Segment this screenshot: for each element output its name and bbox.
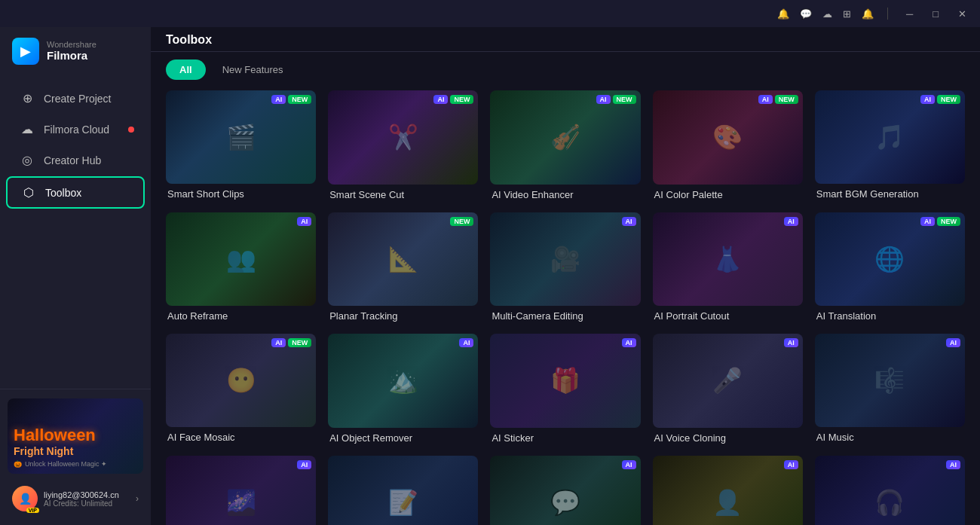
card-ai-face-mosaic[interactable]: 😶AINEWAI Face Mosaic [166,334,316,444]
title-bar-divider [887,8,888,20]
minimize-button[interactable]: ─ [902,7,917,21]
title-bar: 🔔 💬 ☁ ⊞ 🔔 ─ □ ✕ [0,0,980,27]
sidebar-item-create-project[interactable]: ⊕ Create Project [6,84,145,113]
promo-banner[interactable]: Halloween Fright Night 🎃 Unlock Hallowee… [8,398,143,474]
tab-all[interactable]: All [166,60,206,80]
card-thumb-ai-video-enhancer: 🎻AINEW [490,90,640,185]
card-multi-camera-editing[interactable]: 🎥AIMulti-Camera Editing [490,212,640,322]
card-auto-reframe[interactable]: 👥AIAuto Reframe [166,212,316,322]
card-row4-3[interactable]: 💬AI [490,456,640,526]
notification-icon[interactable]: 🔔 [777,8,789,20]
cloud-upload-icon[interactable]: ☁ [822,8,832,20]
card-row4-5[interactable]: 🎧AI [815,456,965,526]
card-label-ai-color-palette: AI Color Palette [653,189,803,200]
badge-container-ai-voice-cloning: AI [784,338,798,347]
badge-ai-smart-short-clips: AI [271,95,286,104]
thumb-content-ai-portrait-cutout: 👗AI [653,212,803,307]
card-ai-object-remover[interactable]: 🏔️AIAI Object Remover [328,334,478,444]
badge-container-smart-bgm-generation: AINEW [920,95,960,104]
card-thumb-ai-face-mosaic: 😶AINEW [166,334,316,427]
card-planar-tracking[interactable]: 📐NEWPlanar Tracking [328,212,478,322]
thumb-icon-row4-4: 👤 [712,488,743,517]
thumb-content-row4-1: 🌌AI [166,456,316,526]
card-ai-sticker[interactable]: 🎁AIAI Sticker [490,334,640,444]
thumb-icon-ai-portrait-cutout: 👗 [712,245,743,273]
card-thumb-auto-reframe: 👥AI [166,212,316,306]
grid-icon[interactable]: ⊞ [843,8,851,20]
card-ai-color-palette[interactable]: 🎨AINEWAI Color Palette [653,90,803,200]
card-label-ai-translation: AI Translation [815,310,965,322]
card-row4-1[interactable]: 🌌AI [166,456,316,526]
close-button[interactable]: ✕ [954,7,971,21]
badge-container-row4-4: AI [784,460,798,469]
thumb-icon-smart-bgm-generation: 🎵 [874,123,905,151]
main-content: Toolbox All New Features 🎬AINEWSmart Sho… [151,0,980,525]
card-ai-portrait-cutout[interactable]: 👗AIAI Portrait Cutout [653,212,803,322]
card-row4-2[interactable]: 📝 [328,456,478,526]
content-area: 🎬AINEWSmart Short Clips✂️AINEWSmart Scen… [151,80,980,525]
thumb-content-ai-voice-cloning: 🎤AI [653,334,803,428]
cloud-icon: ☁ [20,122,35,136]
badge-ai-auto-reframe: AI [297,217,311,226]
thumb-content-row4-3: 💬AI [490,456,640,526]
card-ai-music[interactable]: 🎼AIAI Music [815,334,965,444]
badge-container-smart-short-clips: AINEW [271,95,311,104]
thumb-content-row4-2: 📝 [328,456,478,526]
sidebar-item-creator-hub[interactable]: ◎ Creator Hub [6,145,145,175]
card-ai-voice-cloning[interactable]: 🎤AIAI Voice Cloning [653,334,803,444]
badge-new-planar-tracking: NEW [450,217,473,226]
badge-container-row4-5: AI [946,460,960,469]
badge-ai-ai-sticker: AI [622,338,636,347]
tab-new-features[interactable]: New Features [209,60,297,80]
user-info: liying82@300624.cn AI Credits: Unlimited [44,490,130,508]
thumb-icon-ai-object-remover: 🏔️ [388,366,418,395]
toolbox-icon: ⬡ [21,185,36,200]
user-avatar: 👤 VIP [12,486,38,511]
title-bar-icons: 🔔 💬 ☁ ⊞ 🔔 ─ □ ✕ [777,7,971,21]
card-thumb-smart-scene-cut: ✂️AINEW [328,90,478,185]
card-smart-short-clips[interactable]: 🎬AINEWSmart Short Clips [166,90,316,200]
card-smart-bgm-generation[interactable]: 🎵AINEWSmart BGM Generation [815,90,965,200]
badge-ai-ai-translation: AI [920,217,935,226]
thumb-icon-multi-camera-editing: 🎥 [550,245,580,273]
card-thumb-row4-4: 👤AI [653,456,803,526]
sidebar-item-filmora-cloud[interactable]: ☁ Filmora Cloud [6,114,145,144]
badge-ai-row4-1: AI [297,460,311,469]
creator-hub-icon: ◎ [20,153,35,167]
thumb-content-auto-reframe: 👥AI [166,212,316,306]
logo-icon: ▶ [12,38,39,65]
badge-new-smart-bgm-generation: NEW [937,95,960,104]
sidebar-item-toolbox[interactable]: ⬡ Toolbox [6,176,145,209]
badge-new-ai-video-enhancer: NEW [613,95,636,104]
card-ai-video-enhancer[interactable]: 🎻AINEWAI Video Enhancer [490,90,640,200]
chat-icon[interactable]: 💬 [800,8,812,20]
sidebar-item-label: Create Project [44,93,111,105]
card-smart-scene-cut[interactable]: ✂️AINEWSmart Scene Cut [328,90,478,200]
badge-ai-ai-music: AI [946,338,960,347]
card-thumb-row4-2: 📝 [328,456,478,526]
maximize-button[interactable]: □ [928,7,943,21]
badge-container-smart-scene-cut: AINEW [433,95,473,104]
badge-container-ai-face-mosaic: AINEW [271,338,311,347]
badge-ai-ai-object-remover: AI [459,338,473,347]
card-label-smart-short-clips: Smart Short Clips [166,188,316,200]
thumb-content-smart-scene-cut: ✂️AINEW [328,90,478,185]
sidebar-nav: ⊕ Create Project ☁ Filmora Cloud ◎ Creat… [0,75,151,389]
vip-badge: VIP [26,508,39,513]
bell-icon[interactable]: 🔔 [862,8,874,20]
badge-ai-ai-face-mosaic: AI [271,338,286,347]
card-ai-translation[interactable]: 🌐AINEWAI Translation [815,212,965,322]
user-credits: AI Credits: Unlimited [44,499,130,508]
card-row4-4[interactable]: 👤AI [653,456,803,526]
thumb-icon-ai-color-palette: 🎨 [712,123,743,151]
badge-ai-smart-scene-cut: AI [433,95,448,104]
card-thumb-row4-5: 🎧AI [815,456,965,526]
user-area[interactable]: 👤 VIP liying82@300624.cn AI Credits: Unl… [8,481,143,516]
thumb-content-smart-bgm-generation: 🎵AINEW [815,90,965,184]
badge-ai-row4-4: AI [784,460,798,469]
card-thumb-smart-short-clips: 🎬AINEW [166,90,316,184]
badge-new-smart-short-clips: NEW [288,95,311,104]
thumb-icon-ai-sticker: 🎁 [550,366,580,395]
card-label-ai-music: AI Music [815,432,965,443]
thumb-icon-row4-5: 🎧 [874,488,905,517]
